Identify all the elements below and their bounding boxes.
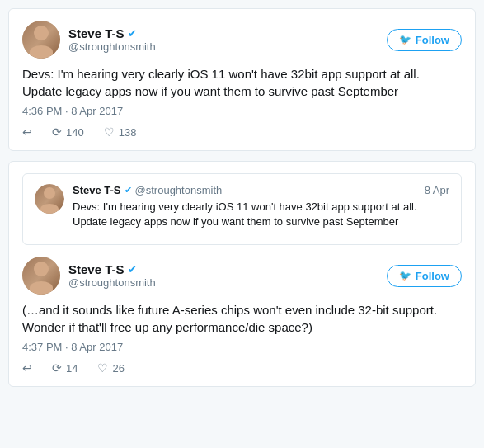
tweet-header-left-1: Steve T-S ✔ @stroughtonsmith [22, 21, 156, 59]
verified-icon-nested: ✔ [125, 185, 132, 196]
reply-user-handle: @stroughtonsmith [68, 276, 156, 289]
follow-label-2: Follow [416, 270, 449, 282]
user-handle-1: @stroughtonsmith [68, 40, 156, 53]
avatar-reply [22, 257, 60, 295]
nested-tweet: Steve T-S ✔ @stroughtonsmith 8 Apr Devs:… [22, 173, 462, 245]
retweet-icon-2: ⟳ [52, 361, 62, 375]
retweet-icon-1: ⟳ [52, 125, 62, 139]
reply-tweet-actions: ↩ ⟳ 14 ♡ 26 [22, 361, 462, 375]
tweet-actions-1: ↩ ⟳ 140 ♡ 138 [22, 125, 462, 139]
like-count-2: 26 [112, 362, 124, 375]
follow-label-1: Follow [416, 34, 449, 46]
tweet-card-2: Steve T-S ✔ @stroughtonsmith 8 Apr Devs:… [8, 161, 476, 387]
reply-icon-2: ↩ [22, 361, 32, 375]
reply-tweet-body: (…and it sounds like future A-series chi… [9, 301, 475, 386]
follow-button-1[interactable]: 🐦 Follow [387, 29, 462, 51]
reply-action-1[interactable]: ↩ [22, 125, 32, 139]
tweet-header-1: Steve T-S ✔ @stroughtonsmith 🐦 Follow [22, 21, 462, 59]
retweet-count-1: 140 [66, 126, 84, 139]
like-icon-1: ♡ [104, 125, 115, 139]
like-count-1: 138 [119, 126, 137, 139]
reply-tweet-time: 4:37 PM · 8 Apr 2017 [22, 341, 462, 353]
avatar-1 [22, 21, 60, 59]
tweet-text-1: Devs: I'm hearing very clearly iOS 11 wo… [22, 65, 462, 100]
nested-tweet-text: Devs: I'm hearing very clearly iOS 11 wo… [73, 200, 449, 229]
twitter-bird-icon-2: 🐦 [399, 270, 411, 281]
reply-user-info: Steve T-S ✔ @stroughtonsmith [68, 262, 156, 289]
like-action-1[interactable]: ♡ 138 [104, 125, 137, 139]
reply-icon-1: ↩ [22, 125, 32, 139]
verified-icon-reply: ✔ [128, 263, 137, 276]
retweet-action-1[interactable]: ⟳ 140 [52, 125, 84, 139]
user-info-1: Steve T-S ✔ @stroughtonsmith [68, 26, 156, 53]
retweet-count-2: 14 [66, 362, 78, 375]
tweet-card-1: Steve T-S ✔ @stroughtonsmith 🐦 Follow De… [8, 8, 476, 151]
reply-tweet-header: Steve T-S ✔ @stroughtonsmith 🐦 Follow [22, 257, 462, 295]
reply-user-name: Steve T-S [68, 262, 125, 276]
reply-tweet-header-container: Steve T-S ✔ @stroughtonsmith 🐦 Follow [9, 245, 475, 295]
nested-tweet-header: Steve T-S ✔ @stroughtonsmith 8 Apr Devs:… [35, 184, 449, 229]
reply-tweet-text: (…and it sounds like future A-series chi… [22, 301, 462, 336]
reply-action-2[interactable]: ↩ [22, 361, 32, 375]
verified-icon-1: ✔ [128, 27, 137, 40]
retweet-action-2[interactable]: ⟳ 14 [52, 361, 78, 375]
reply-user-name-row: Steve T-S ✔ [68, 262, 156, 276]
reply-header-left: Steve T-S ✔ @stroughtonsmith [22, 257, 156, 295]
follow-button-2[interactable]: 🐦 Follow [387, 265, 462, 287]
nested-user-name: Steve T-S [73, 184, 121, 196]
nested-user-handle: @stroughtonsmith [135, 184, 223, 196]
nested-user-row: Steve T-S ✔ @stroughtonsmith 8 Apr [73, 184, 449, 196]
user-name-row-1: Steve T-S ✔ [68, 26, 156, 40]
avatar-nested [35, 184, 64, 214]
like-action-2[interactable]: ♡ 26 [97, 361, 124, 375]
user-name-1: Steve T-S [68, 26, 125, 40]
twitter-bird-icon-1: 🐦 [399, 34, 411, 45]
nested-user-info: Steve T-S ✔ @stroughtonsmith 8 Apr Devs:… [73, 184, 449, 229]
tweet-time-1: 4:36 PM · 8 Apr 2017 [22, 105, 462, 117]
like-icon-2: ♡ [97, 361, 108, 375]
nested-tweet-date: 8 Apr [425, 184, 449, 196]
